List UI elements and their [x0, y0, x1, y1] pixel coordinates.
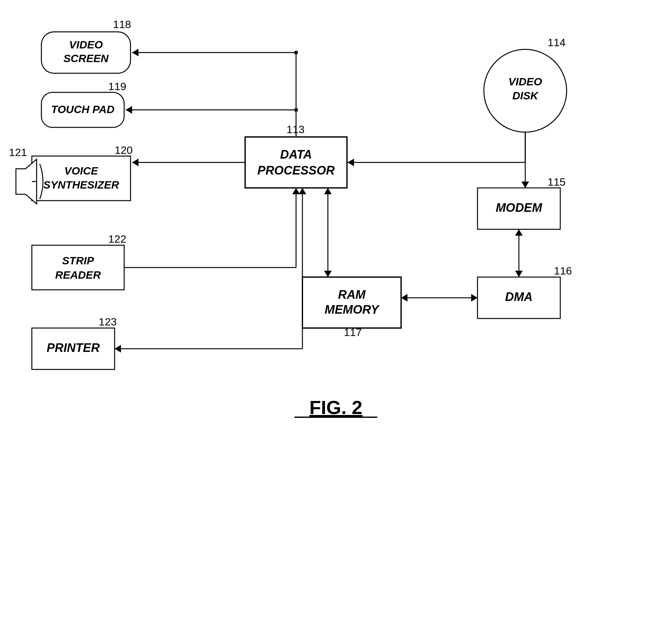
arrow-modem-to-dma	[515, 271, 523, 277]
label-113: 113	[286, 123, 305, 135]
data-processor-label: DATA	[280, 148, 312, 161]
video-disk-label2: DISK	[512, 90, 539, 102]
arrow-to-dp-from-vd	[348, 159, 354, 166]
diagram-container: VIDEO SCREEN 118 TOUCH PAD 119 VOICE SYN…	[0, 0, 672, 636]
ram-label: RAM	[338, 288, 366, 301]
arrow-to-voice-synth	[132, 159, 139, 166]
arrow-dp-to-printer-up	[299, 188, 306, 194]
arrow-dma-to-ram	[401, 294, 407, 302]
strip-reader-label: STRIP	[62, 255, 94, 266]
arrow-to-modem	[522, 181, 529, 188]
label-118: 118	[113, 18, 131, 30]
label-115: 115	[548, 176, 566, 188]
label-116: 116	[554, 265, 572, 277]
label-120: 120	[115, 144, 133, 156]
ram-label2: MEMORY	[325, 303, 380, 316]
video-disk-label: VIDEO	[508, 76, 542, 87]
touch-pad-label: TOUCH PAD	[51, 103, 115, 115]
arrow-ram-to-dp	[324, 188, 332, 194]
junction-345	[294, 108, 298, 112]
arrow-dma-to-modem	[515, 229, 523, 236]
voice-synth-label: VOICE	[64, 165, 98, 177]
printer-label: PRINTER	[47, 341, 100, 355]
dma-label: DMA	[505, 290, 533, 303]
label-122: 122	[108, 233, 126, 245]
label-121: 121	[9, 146, 27, 158]
video-screen-label2: SCREEN	[63, 52, 109, 64]
conn-sr-dp-invisible	[124, 162, 245, 267]
arrow-dp-to-ram	[324, 271, 332, 277]
voice-synth-label2: SYNTHESIZER	[43, 179, 119, 191]
data-processor-label2: PROCESSOR	[258, 164, 335, 177]
arrow-to-video-screen	[132, 49, 139, 56]
strip-reader-node	[32, 245, 124, 290]
arrow-ram-to-dma	[471, 294, 477, 302]
arrow-to-dp-from-sr	[292, 188, 300, 194]
voice-synth-node	[32, 156, 130, 201]
figure-label: FIG. 2	[309, 397, 363, 418]
ram-memory-node	[302, 277, 401, 328]
label-119: 119	[108, 80, 126, 92]
data-processor-node	[245, 137, 347, 188]
junction-165	[294, 51, 298, 55]
strip-reader-label2: READER	[55, 269, 101, 281]
video-screen-label: VIDEO	[69, 39, 103, 51]
modem-label: MODEM	[496, 201, 543, 214]
arrow-to-printer	[115, 345, 121, 353]
label-114: 114	[548, 36, 566, 48]
arrow-to-touch-pad	[126, 106, 132, 114]
label-123: 123	[99, 316, 117, 328]
label-117: 117	[344, 326, 362, 338]
